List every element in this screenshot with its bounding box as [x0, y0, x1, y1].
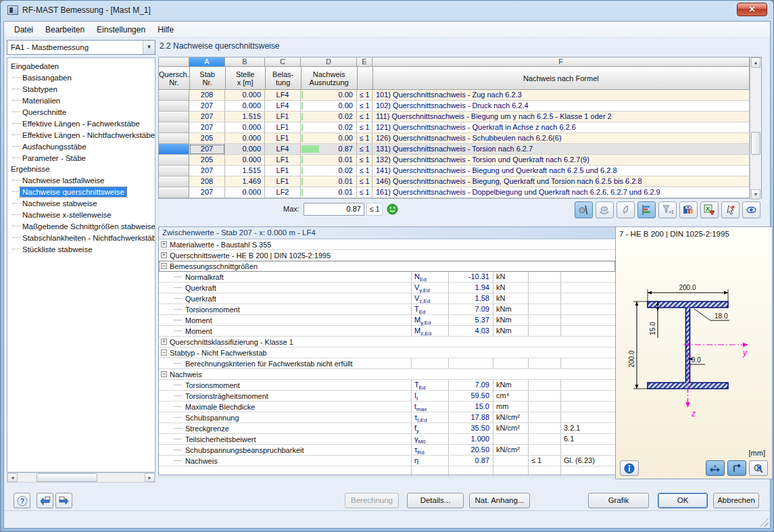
cell-stab[interactable]: 207 — [189, 122, 225, 133]
row-header-cell[interactable] — [159, 133, 189, 144]
row-header-cell[interactable] — [159, 122, 189, 133]
column-letter-C[interactable]: C — [265, 57, 301, 67]
details-item-row[interactable]: NormalkraftNEd-10.31kN — [159, 272, 615, 283]
cell-stelle[interactable]: 1.515 — [225, 166, 265, 176]
details-group-row[interactable]: −Stabtyp - Nicht Fachwerkstab — [159, 347, 615, 358]
result-diagram-icon[interactable] — [637, 201, 656, 218]
resize-grip[interactable] — [760, 518, 769, 527]
expand-icon[interactable]: + — [161, 252, 167, 258]
tree-item-1-5[interactable]: Stabschlankheiten - Nichtfachwerkstäbe — [7, 232, 155, 243]
tree-item-1-3[interactable]: Nachweise x-stellenweise — [7, 209, 155, 220]
cell-formel[interactable]: 121) Querschnittsnachweis - Querkraft in… — [372, 122, 750, 133]
cell-stelle[interactable]: 0.000 — [225, 187, 265, 198]
section-info-button[interactable] — [620, 460, 639, 476]
table-row[interactable]: 2071.515LF10.02≤ 1141) Querschnittsnachw… — [159, 166, 750, 176]
header-querschnitt[interactable]: Quersch.Nr. — [159, 67, 190, 90]
table-row[interactable]: 2050.000LF10.00≤ 1126) Querschnittsnachw… — [159, 133, 750, 144]
find-in-graphic-button[interactable] — [749, 460, 768, 476]
cell-formel[interactable]: 111) Querschnittsnachweis - Biegung um y… — [372, 112, 750, 122]
cell-formel[interactable]: 146) Querschnittsnachweis - Biegung, Que… — [372, 176, 750, 187]
cell-stab[interactable]: 205 — [189, 155, 225, 166]
scroll-right-icon[interactable]: ► — [145, 473, 155, 482]
help-button[interactable]: ? — [14, 493, 30, 508]
cell-belastung[interactable]: LF1 — [265, 133, 301, 144]
row-header-cell[interactable] — [159, 155, 189, 166]
cancel-button[interactable]: Abbrechen — [713, 493, 759, 508]
tree-item-1-1[interactable]: Nachweise querschnittsweise — [7, 186, 155, 197]
details-group-row[interactable]: +Querschnittsklassifizierung - Klasse 1 — [159, 337, 615, 347]
tree-section-0[interactable]: Eingabedaten — [7, 61, 155, 72]
row-header-cell[interactable] — [159, 144, 189, 155]
tree-item-0-5[interactable]: Effektive Längen - Nichtfachwerkstäbe — [7, 129, 155, 141]
header-stelle[interactable]: Stellex [m] — [226, 67, 266, 90]
column-letter-A[interactable]: A — [189, 57, 225, 67]
table-row[interactable]: 2070.000LF40.00≤ 1102) Querschnittsnachw… — [159, 101, 750, 112]
details-item-row[interactable]: TorsionsträgheitsmomentIt59.50cm⁴ — [159, 391, 615, 402]
results-table[interactable]: ABCDEFQuersch.Nr.StabNr.Stellex [m]Belas… — [158, 57, 762, 199]
table-row[interactable]: 2070.000LF40.87≤ 1131) Querschnittsnachw… — [159, 144, 750, 155]
cell-stab[interactable]: 205 — [189, 133, 225, 144]
cell-stelle[interactable]: 0.000 — [225, 90, 265, 101]
cell-stelle[interactable]: 1.515 — [225, 112, 265, 122]
details-item-row[interactable]: Schubspannungτt,Ed17.88kN/cm² — [159, 412, 615, 423]
axes-button[interactable] — [727, 460, 746, 476]
tree-item-0-0[interactable]: Basisangaben — [7, 72, 155, 83]
cell-stelle[interactable]: 0.000 — [225, 122, 265, 133]
cell-ausnutzung[interactable]: 0.01 — [301, 187, 357, 198]
tree-item-0-4[interactable]: Effektive Längen - Fachwerkstäbe — [7, 118, 155, 129]
menu-item-0[interactable]: Datei — [8, 23, 39, 37]
cell-ausnutzung[interactable]: 0.00 — [301, 133, 357, 144]
cell-stelle[interactable]: 0.000 — [225, 155, 265, 166]
tree-item-0-7[interactable]: Parameter - Stäbe — [7, 152, 155, 164]
national-annex-button[interactable]: Nat. Anhang... — [469, 493, 530, 508]
cell-stab[interactable]: 207 — [189, 166, 225, 176]
column-letter-E[interactable]: E — [357, 57, 372, 67]
cell-belastung[interactable]: LF1 — [265, 166, 301, 176]
details-group-row[interactable]: −Nachweis — [159, 369, 615, 380]
details-item-row[interactable]: QuerkraftVz,Ed1.58kN — [159, 293, 615, 304]
column-letter-F[interactable]: F — [372, 57, 750, 67]
header-nachweis[interactable]: NachweisAusnutzung — [301, 67, 358, 90]
details-item-row[interactable]: TorsionsmomentTEd7.09kNm — [159, 380, 615, 391]
details-item-row[interactable]: Berechnungskriterien für Fachwerkstab ni… — [159, 358, 615, 369]
cell-stelle[interactable]: 0.000 — [225, 144, 265, 155]
excel-export-icon[interactable]: X — [700, 201, 719, 218]
cell-belastung[interactable]: LF1 — [265, 155, 301, 166]
header-formel[interactable]: Nachweis nach Formel — [373, 67, 750, 90]
close-button[interactable]: ✕ — [737, 3, 767, 16]
cell-stelle[interactable]: 0.000 — [225, 133, 265, 144]
collapse-icon[interactable]: − — [161, 349, 167, 356]
cell-ausnutzung[interactable]: 0.01 — [301, 176, 357, 187]
row-header-cell[interactable] — [159, 176, 189, 187]
cell-stab[interactable]: 207 — [189, 187, 225, 198]
cell-stab[interactable]: 207 — [189, 144, 225, 155]
cell-formel[interactable]: 101) Querschnittsnachweis - Zug nach 6.2… — [372, 90, 750, 101]
sidebar-horizontal-scrollbar[interactable]: ◄ ► — [7, 473, 155, 483]
row-header-cell[interactable] — [159, 101, 189, 112]
table-row[interactable]: 2050.000LF10.01≤ 1132) Querschnittsnachw… — [159, 155, 750, 166]
jump-to-graphic-icon[interactable] — [721, 201, 740, 218]
details-item-row[interactable]: MomentMy,Ed5.37kNm — [159, 315, 615, 326]
details-group-row[interactable]: −Bemessungsschnittgrößen — [159, 261, 615, 272]
cell-belastung[interactable]: LF4 — [265, 144, 301, 155]
details-group-row[interactable]: +Querschnittswerte - HE B 200 | DIN 1025… — [159, 250, 615, 261]
tree-item-1-0[interactable]: Nachweise lastfallweise — [7, 174, 155, 186]
cell-stab[interactable]: 208 — [189, 176, 225, 187]
table-row[interactable]: 2070.000LF20.01≤ 1161) Querschnittsnachw… — [159, 187, 750, 198]
column-letter-D[interactable]: D — [301, 57, 357, 67]
corner-header-cell[interactable] — [159, 57, 189, 67]
scroll-down-icon[interactable]: ▼ — [751, 189, 760, 199]
table-row[interactable]: 2071.515LF10.02≤ 1111) Querschnittsnachw… — [159, 112, 750, 122]
tree-item-0-3[interactable]: Querschnitte — [7, 106, 155, 118]
details-item-row[interactable]: Streckgrenzefy35.50kN/cm²3.2.1 — [159, 423, 615, 434]
header-stab[interactable]: StabNr. — [190, 67, 226, 90]
max-value-field[interactable]: 0.87 — [304, 203, 364, 216]
cell-stab[interactable]: 207 — [189, 101, 225, 112]
cell-belastung[interactable]: LF4 — [265, 90, 301, 101]
color-scale-icon[interactable] — [616, 201, 635, 218]
row-header-cell[interactable] — [159, 166, 189, 176]
previous-table-button[interactable] — [37, 493, 53, 508]
menu-item-2[interactable]: Einstellungen — [91, 23, 151, 37]
cell-stelle[interactable]: 0.000 — [225, 101, 265, 112]
details-group-row[interactable]: +Materialwerte - Baustahl S 355 — [159, 239, 615, 250]
